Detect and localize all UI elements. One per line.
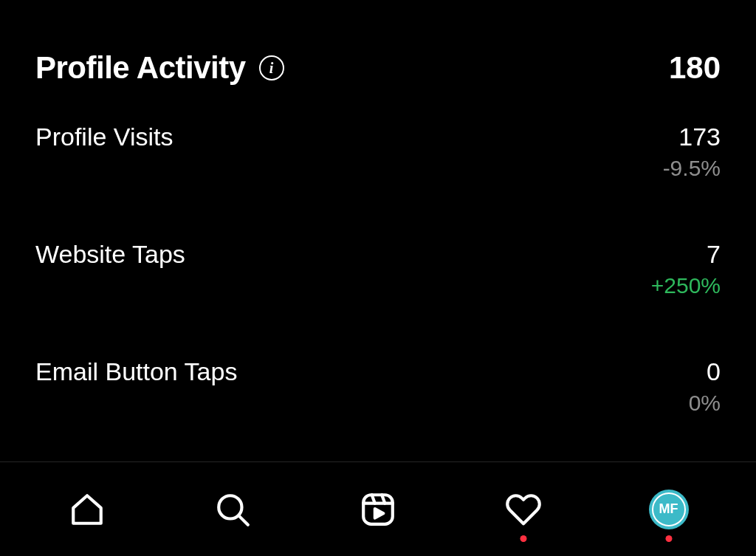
search-button[interactable] xyxy=(210,487,255,532)
metric-value: 173 xyxy=(663,123,721,151)
home-button[interactable] xyxy=(65,487,109,532)
metric-delta: 0% xyxy=(689,391,721,416)
metric-profile-visits: Profile Visits 173 -9.5% xyxy=(35,123,721,240)
total-count: 180 xyxy=(669,50,721,86)
notification-dot xyxy=(520,535,526,542)
metric-label: Email Button Taps xyxy=(35,357,237,386)
search-icon xyxy=(214,491,251,528)
avatar: MF xyxy=(649,490,689,529)
profile-activity-header: Profile Activity i 180 xyxy=(35,0,721,123)
home-icon xyxy=(69,491,106,528)
svg-point-0 xyxy=(219,495,241,518)
metric-value: 7 xyxy=(651,240,721,269)
reels-icon xyxy=(360,491,396,528)
metric-delta: +250% xyxy=(651,273,721,298)
metric-label: Profile Visits xyxy=(35,123,173,151)
metric-label: Website Taps xyxy=(35,240,185,269)
bottom-nav: MF xyxy=(0,461,756,556)
reels-button[interactable] xyxy=(356,487,400,532)
metric-email-button-taps: Email Button Taps 0 0% xyxy=(35,357,721,475)
svg-line-1 xyxy=(240,516,248,524)
info-icon[interactable]: i xyxy=(259,55,284,80)
metric-delta: -9.5% xyxy=(663,156,721,181)
metric-value: 0 xyxy=(689,357,721,386)
page-title: Profile Activity xyxy=(35,50,246,86)
heart-icon xyxy=(505,491,542,528)
profile-button[interactable]: MF xyxy=(647,487,691,532)
avatar-initials: MF xyxy=(659,501,678,517)
activity-button[interactable] xyxy=(501,487,546,532)
metric-website-taps: Website Taps 7 +250% xyxy=(35,240,721,357)
notification-dot xyxy=(665,535,672,542)
